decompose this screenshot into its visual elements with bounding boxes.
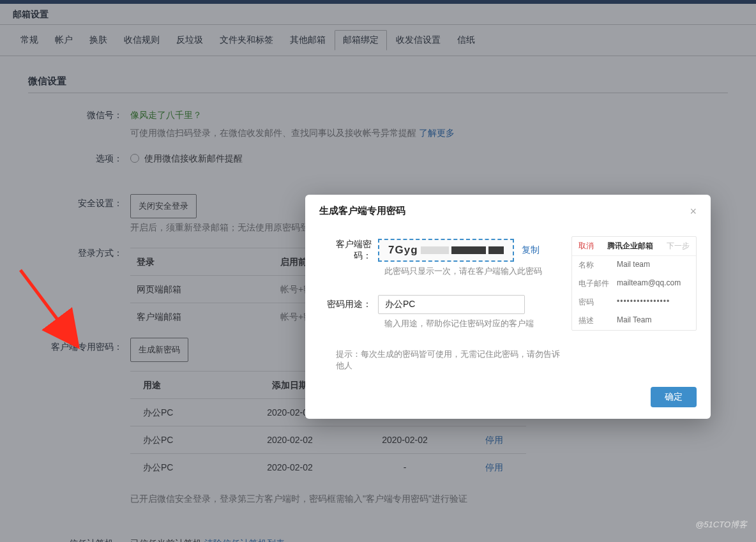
password-hint: 此密码只显示一次，请在客户端输入此密码 <box>384 266 560 277</box>
watermark: @51CTO博客 <box>695 519 747 531</box>
modal-title: 生成客户端专用密码 <box>319 205 405 217</box>
password-use-label: 密码用途： <box>319 299 378 310</box>
copy-password-link[interactable]: 复制 <box>522 245 540 256</box>
confirm-button[interactable]: 确定 <box>651 387 697 407</box>
censor-block <box>451 246 486 254</box>
censor-block <box>421 246 449 254</box>
close-icon[interactable]: × <box>690 206 697 217</box>
password-use-input[interactable] <box>378 295 525 314</box>
generate-password-modal: 生成客户端专用密码 × 客户端密码： 7Gyg 复制 此密码只显示一次，请在客户… <box>305 195 711 419</box>
client-password-field-label: 客户端密码： <box>319 239 378 262</box>
client-preview-card: 取消 腾讯企业邮箱 下一步 名称Mail team 电子邮件mailteam@q… <box>571 236 697 331</box>
preview-cancel: 取消 <box>578 241 594 252</box>
modal-tip: 提示：每次生成的密码皆可使用，无需记住此密码，请勿告诉他人 <box>336 349 560 372</box>
preview-title: 腾讯企业邮箱 <box>607 241 653 252</box>
use-hint: 输入用途，帮助你记住密码对应的客户端 <box>384 318 560 329</box>
preview-next: 下一步 <box>667 241 690 252</box>
generated-password-box: 7Gyg <box>378 239 514 262</box>
censor-block <box>488 246 504 254</box>
